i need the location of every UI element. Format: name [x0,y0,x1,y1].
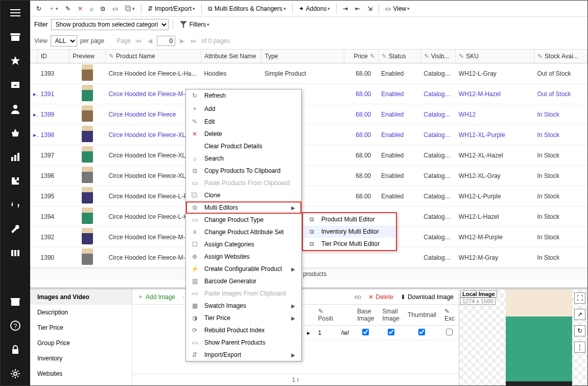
puzzle-icon[interactable] [1,169,30,193]
filters-button[interactable]: Filters▾ [177,19,212,30]
ctx-tier-price[interactable]: ◑Tier Price▶ [186,312,301,324]
import-export-button[interactable]: ⇵ Import/Export▾ [146,4,197,13]
col-stock[interactable]: ✎Stock Avai... [534,50,587,63]
ctx-assign-websites[interactable]: ⊕Assign Websites [186,251,301,263]
sub-product-multi-editor[interactable]: ⧉Product Multi Editor [303,213,396,225]
col-id[interactable]: ID [38,50,69,63]
transfer-icon[interactable] [1,193,30,217]
ctx-refresh[interactable]: ↻Refresh [186,89,301,102]
prev-page-button[interactable]: ◀ [146,37,154,44]
table-row[interactable]: ▸1399Circe Hooded Ice Fleeceduct68.00Ena… [30,104,587,125]
ctx-assign-categories[interactable]: ☐Assign Categories [186,238,301,251]
gear-icon[interactable] [1,361,30,385]
ctx-clone[interactable]: ⿻Clone [186,189,301,201]
tab-inventory[interactable]: Inventory [30,351,132,366]
addons-button[interactable]: ✦ Addons▾ [297,4,333,13]
multi-editors-button[interactable]: ⧉ Multi Editors & Changers▾ [206,4,288,13]
table-row[interactable]: 1395Circe Hooded Ice Fleece-L-Pur68.00En… [30,186,587,207]
col-exc[interactable]: ✎ Exc [440,305,459,326]
col-product-name[interactable]: ✎Product Name [105,50,201,63]
ctx-rebuild-product-index[interactable]: ⟳Rebuild Product Index [186,324,301,336]
paste-button[interactable]: ▭ [110,4,120,13]
next-page-button[interactable]: ▶ [178,37,186,44]
sub-inventory-multi-editor[interactable]: ⧉Inventory Multi Editor [303,225,396,238]
per-page-select[interactable]: ALL [51,35,77,47]
base-checkbox[interactable] [362,329,369,335]
col-position[interactable]: ✎ Positi [314,305,337,326]
col-status[interactable]: ✎Status [378,50,420,63]
download-image-button[interactable]: ⬇ Download Image [401,293,454,301]
thumb-checkbox[interactable] [418,329,425,335]
refresh-preview-button[interactable]: ↻ [574,325,585,336]
ctx-add[interactable]: ＋Add [186,102,301,116]
col-attr-set[interactable]: Attribute Set Name [201,50,261,63]
col-price[interactable]: Price✎ [344,50,378,63]
person-icon[interactable] [1,97,30,121]
tool-a-button[interactable]: ⇥ [341,4,350,13]
first-page-button[interactable]: ⏮ [134,37,143,44]
tab-categories[interactable]: Categories [30,381,132,386]
add-button[interactable]: ＋▾ [46,3,60,14]
tab-tier-price[interactable]: Tier Price [30,320,132,335]
ctx-search[interactable]: ⌕Search [186,152,301,165]
add-image-button[interactable]: ＋ Add Image [137,292,175,301]
small-checkbox[interactable] [388,329,394,335]
wrench-icon[interactable] [1,217,30,241]
fit-button[interactable]: ⛶ [574,292,585,304]
filter-select[interactable]: Show products from selected categories [51,19,169,30]
ctx-clear-product-details[interactable]: Clear Product Details [186,140,301,152]
tool-b-button[interactable]: ⇤ [353,4,362,13]
basket-icon[interactable] [1,121,30,145]
store-icon[interactable] [1,25,30,49]
ctx-change-product-attribute-set[interactable]: ≡Change Product Attribute Set [186,226,301,238]
copy-button[interactable]: ⧉ [99,4,107,13]
ctx-create-configurable-product[interactable]: ⚡Create Configurable Product▶ [186,263,301,275]
ctx-delete[interactable]: ✕Delete [186,128,301,140]
tab-description[interactable]: Description [30,305,132,320]
col-preview[interactable]: Preview [69,50,106,63]
tab-group-price[interactable]: Group Price [30,335,132,351]
last-page-button[interactable]: ⏭ [189,37,198,44]
help-icon[interactable]: ? [1,313,30,337]
tab-images-and-video[interactable]: Images and Video [30,289,132,305]
page-input[interactable] [157,36,175,46]
ctx-import/export[interactable]: ⇵Import/Export▶ [186,349,301,361]
col-small[interactable]: Small Image [379,305,404,326]
table-row[interactable]: 1397Circe Hooded Ice Fleece-XL-H68.00Ena… [30,145,587,166]
col-sku[interactable]: ✎SKU [456,50,534,63]
table-row[interactable]: 1396Circe Hooded Ice Fleece-XL-Gr68.00En… [30,166,587,186]
tool-button[interactable]: ⋮ [574,342,585,353]
table-row[interactable]: ▸1398Circe Hooded Ice Fleece-XL-P68.00En… [30,125,587,145]
ctx-barcode-generator[interactable]: ▥Barcode Generator [186,275,301,287]
delete-image-button[interactable]: ✕ Delete [368,293,393,301]
edit-button[interactable]: ✎ [63,4,73,13]
refresh-button[interactable]: ↻ [34,4,43,13]
menu-icon[interactable] [1,1,30,25]
ctx-edit[interactable]: ✎Edit [186,116,301,128]
ctx-swatch-images[interactable]: ▦Swatch Images▶ [186,300,301,312]
sub-tier-price-multi-editor[interactable]: ⧉Tier Price Multi Editor [303,238,396,250]
tool-c-button[interactable]: ⇲ [365,4,374,13]
columns-icon[interactable] [1,241,30,265]
star-icon[interactable] [1,49,30,73]
chart-icon[interactable] [1,145,30,169]
inbox-icon[interactable] [1,73,30,97]
image-row[interactable]: ▸ 1 /w/ [303,326,459,340]
popout-button[interactable]: ↗ [574,309,585,320]
view-button[interactable]: ▭ View▾ [383,4,412,13]
col-thumb[interactable]: Thumbnail [404,305,440,326]
ctx-change-product-type[interactable]: ▭Change Product Type [186,214,301,226]
archive-icon[interactable] [1,289,30,313]
table-row[interactable]: ▸1391Circe Hooded Ice Fleece-M-Ha68.00En… [30,84,587,104]
ctx-copy-products-to-clipboard[interactable]: ⧉Copy Products To Clipboard [186,165,301,177]
col-visib[interactable]: ✎Visib... [420,50,456,63]
col-base[interactable]: Base Image [353,305,378,326]
table-row[interactable]: 1393Circe Hooded Ice Fleece-L-HazelHoodi… [30,63,587,84]
lock-icon[interactable] [1,337,30,361]
exc-checkbox[interactable] [446,329,453,335]
ctx-show-parent-products[interactable]: ▭Show Parent Products [186,336,301,349]
delete-button[interactable]: ✕ [76,4,85,13]
search-button[interactable]: ⌕ [88,4,96,13]
tab-websites[interactable]: Websites [30,366,132,381]
col-type[interactable]: Type [262,50,344,63]
